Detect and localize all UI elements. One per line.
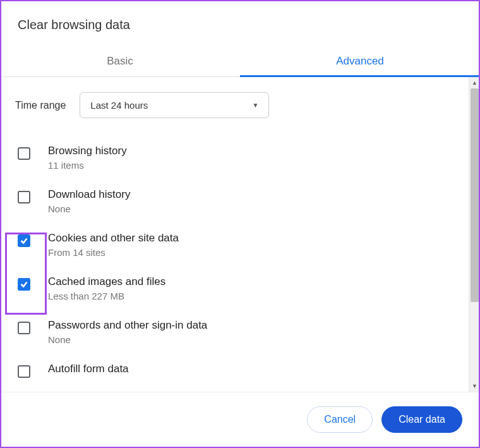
time-range-select[interactable]: Last 24 hours ▼ (80, 92, 269, 118)
list-item: Cookies and other site dataFrom 14 sites (15, 223, 453, 267)
scrollbar[interactable]: ▲ ▼ (469, 77, 480, 392)
item-title: Browsing history (48, 145, 451, 157)
scroll-up-icon[interactable]: ▲ (469, 77, 480, 88)
checkbox[interactable] (18, 147, 30, 160)
content-area: Time range Last 24 hours ▼ Browsing hist… (0, 77, 469, 392)
item-subtitle: 11 items (48, 160, 451, 171)
list-item: Passwords and other sign-in dataNone (15, 310, 453, 354)
tab-advanced[interactable]: Advanced (240, 47, 480, 76)
item-text: Download historyNone (48, 188, 451, 214)
item-text: Browsing history11 items (48, 145, 451, 171)
item-title: Cookies and other site data (48, 232, 451, 245)
list-item: Browsing history11 items (15, 136, 453, 179)
dialog-footer: Cancel Clear data (0, 392, 480, 448)
item-text: Cached images and filesLess than 227 MB (48, 275, 451, 301)
item-title: Cached images and files (48, 275, 451, 288)
scroll-down-icon[interactable]: ▼ (469, 380, 480, 392)
chevron-down-icon: ▼ (252, 102, 258, 109)
checkbox[interactable] (18, 234, 30, 247)
checkbox[interactable] (18, 278, 30, 291)
list-item: Autofill form data (15, 354, 453, 387)
item-subtitle: None (48, 334, 451, 345)
item-title: Autofill form data (48, 363, 451, 375)
tabs: Basic Advanced (0, 47, 480, 77)
item-title: Download history (48, 188, 451, 201)
list-item: Cached images and filesLess than 227 MB (15, 267, 453, 310)
item-subtitle: Less than 227 MB (48, 291, 451, 301)
tab-basic[interactable]: Basic (0, 47, 240, 76)
dialog-title: Clear browsing data (0, 0, 480, 47)
checkbox[interactable] (18, 322, 30, 334)
item-title: Passwords and other sign-in data (48, 319, 451, 332)
item-text: Passwords and other sign-in dataNone (48, 319, 451, 345)
list-item: Download historyNone (15, 179, 453, 223)
item-subtitle: None (48, 203, 451, 214)
checkbox[interactable] (18, 365, 30, 378)
time-range-label: Time range (15, 100, 66, 111)
cancel-button[interactable]: Cancel (307, 406, 373, 433)
item-subtitle: From 14 sites (48, 247, 451, 258)
time-range-value: Last 24 hours (90, 100, 148, 111)
scroll-thumb[interactable] (471, 88, 479, 302)
checkbox[interactable] (18, 191, 30, 203)
item-text: Cookies and other site dataFrom 14 sites (48, 232, 451, 258)
clear-data-button[interactable]: Clear data (381, 406, 462, 433)
item-text: Autofill form data (48, 363, 451, 378)
